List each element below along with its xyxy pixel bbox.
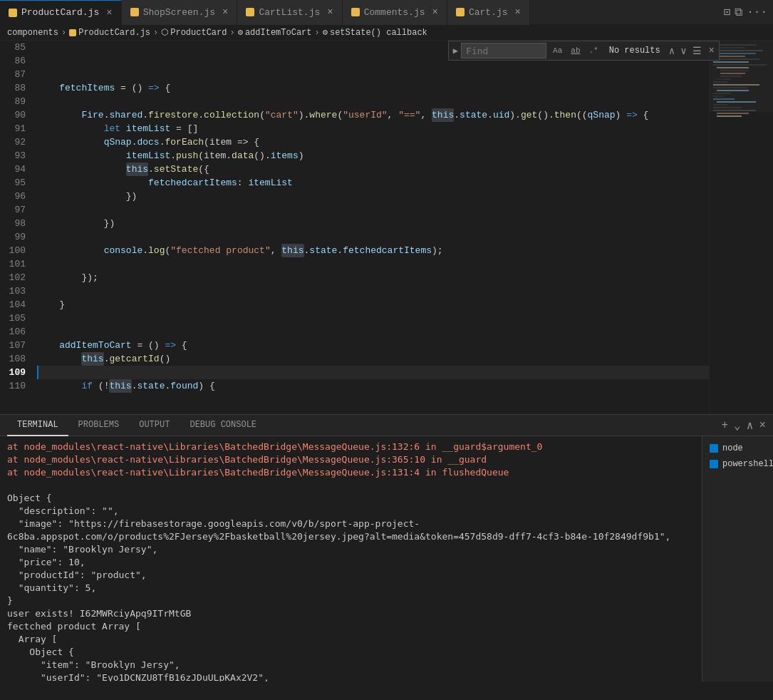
js-icon	[246, 8, 254, 16]
line-num-92: 92	[6, 135, 26, 149]
terminal-tab[interactable]: TERMINAL	[7, 415, 68, 436]
code-line-90: Fire.shared.firestore.collection("cart")…	[37, 108, 709, 122]
code-line-107: addItemToCart = () => {	[37, 339, 709, 352]
terminal-line: "item": "Brooklyn Jersy",	[7, 659, 695, 671]
code-line-103	[37, 284, 709, 298]
terminal-line: "productId": "product",	[7, 569, 695, 582]
regex-btn[interactable]: .*	[586, 44, 602, 57]
terminal-node-label: node	[722, 443, 743, 453]
line-num-102: 102	[6, 271, 26, 284]
line-num-105: 105	[6, 312, 26, 325]
terminal-node-item[interactable]: node	[702, 441, 773, 456]
line-num-86: 86	[6, 54, 26, 68]
code-line-89	[37, 95, 709, 108]
minimap-svg	[710, 41, 773, 411]
code-line-100: console.log("fectched product", this.sta…	[37, 244, 709, 257]
line-num-90: 90	[6, 108, 26, 122]
terminal-sidebar: node powershell	[702, 436, 773, 681]
tab-cart[interactable]: Cart.js ×	[447, 0, 530, 25]
code-line-93: itemList.push(item.data().items)	[37, 149, 709, 163]
code-line-109	[37, 366, 709, 379]
find-close-btn[interactable]: ×	[709, 45, 715, 56]
code-line-98: })	[37, 217, 709, 230]
tab-close[interactable]: ×	[222, 6, 228, 18]
tab-label: Cart.js	[469, 7, 508, 18]
line-num-89: 89	[6, 95, 26, 108]
breadcrumb-sep: ›	[229, 28, 234, 38]
line-num-95: 95	[6, 176, 26, 190]
code-line-108: this.getcartId()	[37, 352, 709, 366]
terminal-line: fectched product Array [	[7, 620, 695, 633]
code-editor: 85 86 87 88 89 90 91 92 93 94 95 96 97 9…	[0, 41, 773, 414]
line-num-98: 98	[6, 217, 26, 230]
add-terminal-btn[interactable]: +	[722, 419, 729, 432]
line-num-110: 110	[6, 379, 26, 393]
code-line-99	[37, 230, 709, 244]
breadcrumb-method: ⚙ addItemToCart	[238, 27, 312, 38]
line-num-96: 96	[6, 190, 26, 203]
breadcrumb-callback: ⚙ setState() callback	[323, 27, 427, 38]
breadcrumb: components › ProductCard.js › ⬡ ProductC…	[0, 25, 773, 41]
code-content: fetchItems = () => { Fire.shared.firesto…	[34, 41, 709, 414]
line-num-97: 97	[6, 203, 26, 217]
svg-rect-25	[717, 113, 749, 114]
terminal-line: }	[7, 595, 695, 607]
layout-icon[interactable]: ⧉	[735, 6, 742, 19]
terminal-output[interactable]: at node_modules\react-native\Libraries\B…	[0, 436, 702, 681]
more-actions-icon[interactable]: ···	[747, 6, 767, 19]
tab-cartlist[interactable]: CartList.js ×	[237, 0, 342, 25]
terminal-powershell-item[interactable]: powershell	[702, 456, 773, 472]
split-editor-icon[interactable]: ⊡	[724, 5, 731, 19]
debug-console-tab[interactable]: DEBUG CONSOLE	[180, 415, 266, 436]
find-next-btn[interactable]: ∨	[679, 45, 688, 57]
line-num-109: 109	[6, 366, 26, 379]
terminal-line: "price": 10,	[7, 556, 695, 569]
svg-rect-26	[717, 115, 742, 117]
terminal-line: "quantity": 5,	[7, 582, 695, 595]
match-case-btn[interactable]: Aa	[549, 44, 566, 57]
code-line-97	[37, 203, 709, 217]
line-num-99: 99	[6, 230, 26, 244]
terminal-line	[7, 479, 695, 492]
terminal-line: "image": "https://firebasestorage.google…	[7, 518, 695, 543]
problems-tab[interactable]: PROBLEMS	[68, 415, 130, 436]
terminal-panel: TERMINAL PROBLEMS OUTPUT DEBUG CONSOLE +…	[0, 414, 773, 681]
tab-shopscreen[interactable]: ShopScreen.js ×	[122, 0, 238, 25]
tab-productcard[interactable]: ProductCard.js ×	[0, 0, 122, 25]
code-line-104: }	[37, 298, 709, 312]
terminal-line: Object {	[7, 646, 695, 659]
find-results-label: No results	[605, 46, 665, 56]
find-bar: ▶ Aa ab .* No results ∧ ∨ ☰ ×	[448, 41, 720, 61]
line-num-101: 101	[6, 257, 26, 271]
find-menu-btn[interactable]: ☰	[691, 45, 703, 57]
terminal-line: "userId": "Eyo1DCNZU8TfB16zJDuULpKAx2V2"…	[7, 671, 695, 681]
line-num-106: 106	[6, 325, 26, 339]
line-num-104: 104	[6, 298, 26, 312]
terminal-split-btn[interactable]: ⌄	[734, 418, 741, 433]
code-line-105	[37, 312, 709, 325]
line-num-103: 103	[6, 284, 26, 298]
tab-comments[interactable]: Comments.js ×	[343, 0, 447, 25]
find-expand-icon[interactable]: ▶	[453, 46, 458, 56]
breadcrumb-sep: ›	[61, 28, 66, 38]
terminal-powershell-label: powershell	[722, 459, 773, 469]
breadcrumb-sep: ›	[153, 28, 158, 38]
code-line-110: if (!this.state.found) {	[37, 379, 709, 393]
code-line-106	[37, 325, 709, 339]
line-num-94: 94	[6, 163, 26, 176]
tab-close[interactable]: ×	[327, 6, 333, 18]
find-input[interactable]	[461, 43, 546, 58]
output-tab[interactable]: OUTPUT	[129, 415, 180, 436]
tab-close[interactable]: ×	[432, 6, 438, 18]
tab-close[interactable]: ×	[515, 6, 521, 18]
terminal-maximize-btn[interactable]: ∧	[747, 418, 754, 433]
line-num-91: 91	[6, 122, 26, 135]
tab-label: Comments.js	[364, 7, 425, 18]
code-line-88: fetchItems = () => {	[37, 81, 709, 95]
js-icon	[456, 8, 465, 16]
find-prev-btn[interactable]: ∧	[668, 45, 676, 57]
whole-word-btn[interactable]: ab	[567, 44, 583, 57]
terminal-close-btn[interactable]: ×	[759, 419, 766, 432]
code-line-92: qSnap.docs.forEach(item => {	[37, 135, 709, 149]
tab-close[interactable]: ×	[106, 7, 112, 19]
